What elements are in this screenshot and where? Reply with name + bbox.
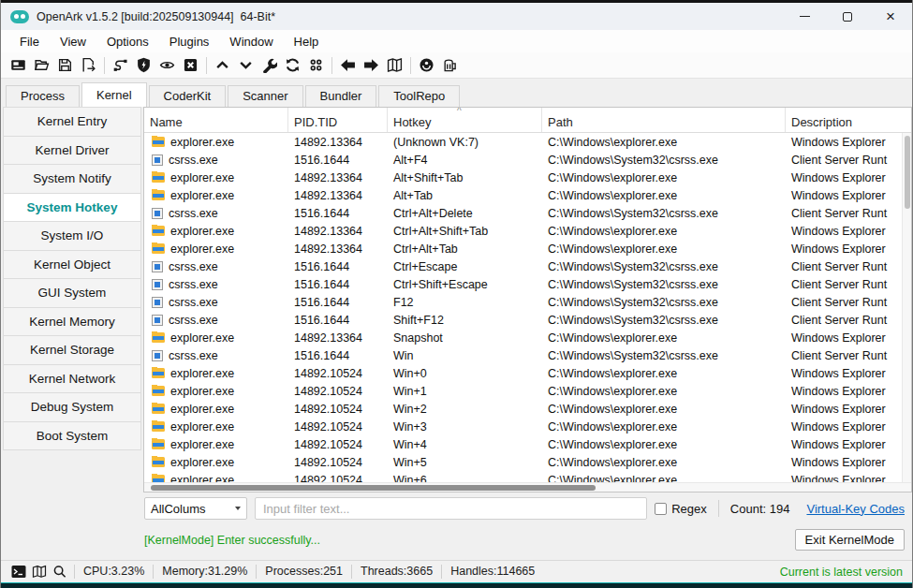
cell-pid-tid: 14892.10524 <box>288 420 388 434</box>
sidebar-item[interactable]: GUI System <box>3 278 141 308</box>
export-file-icon[interactable] <box>77 54 100 77</box>
tab[interactable]: Scanner <box>228 85 302 107</box>
column-header-hotkey[interactable]: Hotkey <box>388 108 542 132</box>
chevron-down-icon[interactable] <box>234 54 258 77</box>
column-header-pid-tid[interactable]: PID.TID <box>288 108 388 132</box>
shield-bolt-icon[interactable] <box>132 54 155 77</box>
chevron-up-icon[interactable] <box>211 54 234 77</box>
eye-icon[interactable] <box>155 54 179 77</box>
sidebar-item[interactable]: Kernel Network <box>3 364 141 394</box>
table-row[interactable]: explorer.exe 14892.10524 Win+3 C:\Window… <box>144 418 911 435</box>
close-button[interactable]: × <box>869 3 912 30</box>
cell-name: explorer.exe <box>144 403 288 416</box>
columns-dropdown[interactable]: AllColums <box>144 497 247 520</box>
tab[interactable]: ToolRepo <box>378 85 460 107</box>
cell-description: Client Server Runt <box>786 296 911 309</box>
tab[interactable]: Kernel <box>81 82 147 107</box>
refresh-icon[interactable] <box>281 54 304 77</box>
minimize-button[interactable] <box>783 3 826 30</box>
table-row[interactable]: explorer.exe 14892.13364 (Unknown VK:7) … <box>144 133 911 151</box>
sidebar-item[interactable]: Kernel Driver <box>3 136 141 166</box>
toolbar-separator <box>104 57 105 74</box>
table-row[interactable]: explorer.exe 14892.13364 Ctrl+Alt+Shift+… <box>144 222 911 240</box>
folder-icon <box>152 457 165 467</box>
vertical-scrollbar-thumb[interactable] <box>905 136 910 209</box>
virtual-key-codes-link[interactable]: Virtual-Key Codes <box>806 502 905 516</box>
console-window-icon[interactable] <box>7 54 30 77</box>
save-icon[interactable] <box>53 54 77 77</box>
table-row[interactable]: explorer.exe 14892.10524 Win+1 C:\Window… <box>144 382 911 400</box>
cell-description: Windows Explorer <box>786 456 911 469</box>
tab[interactable]: CoderKit <box>149 85 227 107</box>
column-header-path[interactable]: Path <box>542 108 786 132</box>
table-row[interactable]: explorer.exe 14892.10524 Win+4 C:\Window… <box>144 435 911 453</box>
table-row[interactable]: explorer.exe 14892.13364 Snapshot C:\Win… <box>144 329 911 346</box>
vertical-scrollbar[interactable] <box>902 133 911 482</box>
cell-pid-tid: 1516.1644 <box>288 207 388 220</box>
cell-description: Windows Explorer <box>786 225 911 238</box>
menu-item[interactable]: Options <box>97 33 158 51</box>
exit-kernelmode-button[interactable]: Exit KernelMode <box>795 529 905 551</box>
wrench-icon[interactable] <box>258 54 281 77</box>
route-icon[interactable] <box>109 54 132 77</box>
menu-item[interactable]: Help <box>285 33 329 51</box>
menu-item[interactable]: File <box>10 33 49 51</box>
column-header-description[interactable]: Description <box>786 108 911 132</box>
horizontal-scrollbar-thumb[interactable] <box>151 485 596 491</box>
maximize-icon <box>843 12 852 22</box>
cell-pid-tid: 1516.1644 <box>288 314 388 327</box>
table-row[interactable]: explorer.exe 14892.10524 Win+0 C:\Window… <box>144 364 911 382</box>
sidebar-item[interactable]: Kernel Object <box>3 250 141 280</box>
menu-item[interactable]: Window <box>220 33 282 51</box>
table-row[interactable]: csrss.exe 1516.1644 Ctrl+Escape C:\Windo… <box>144 257 911 275</box>
table-row[interactable]: csrss.exe 1516.1644 Shift+F12 C:\Windows… <box>144 311 911 329</box>
app-window-icon <box>152 208 163 219</box>
table-row[interactable]: explorer.exe 14892.13364 Alt+Tab C:\Wind… <box>144 186 911 204</box>
tab[interactable]: Bundler <box>305 85 377 107</box>
arrow-left-icon[interactable] <box>336 54 360 77</box>
sidebar-item[interactable]: System I/O <box>3 221 141 251</box>
cell-name: csrss.exe <box>144 154 288 167</box>
table-row[interactable]: explorer.exe 14892.10524 Win+2 C:\Window… <box>144 400 911 418</box>
maximize-button[interactable] <box>826 3 869 30</box>
table-row[interactable]: csrss.exe 1516.1644 Win C:\Windows\Syste… <box>144 346 911 364</box>
table-row[interactable]: csrss.exe 1516.1644 Alt+F4 C:\Windows\Sy… <box>144 151 911 169</box>
cell-path: C:\Windows\explorer.exe <box>542 136 786 149</box>
arrow-right-icon[interactable] <box>360 54 383 77</box>
globe-icon[interactable] <box>415 54 438 77</box>
cell-hotkey: Win+3 <box>388 420 542 434</box>
grid-dots-icon[interactable] <box>304 54 328 77</box>
table-row[interactable]: csrss.exe 1516.1644 Ctrl+Shift+Escape C:… <box>144 275 911 293</box>
sidebar-item[interactable]: System Notify <box>3 164 141 194</box>
sidebar-item[interactable]: Debug System <box>3 392 141 422</box>
filter-input[interactable] <box>255 497 647 520</box>
cell-hotkey: Win+5 <box>388 456 542 469</box>
map-icon[interactable] <box>29 564 50 581</box>
close-square-icon[interactable] <box>179 54 202 77</box>
open-folder-icon[interactable] <box>30 54 53 77</box>
regex-checkbox[interactable] <box>655 503 667 515</box>
tab[interactable]: Process <box>6 85 80 107</box>
beer-mug-icon[interactable] <box>438 54 462 77</box>
horizontal-scrollbar[interactable] <box>144 482 911 492</box>
sidebar-item[interactable]: Kernel Entry <box>3 107 141 137</box>
table-row[interactable]: explorer.exe 14892.13364 Ctrl+Alt+Tab C:… <box>144 240 911 257</box>
column-header-name[interactable]: Name <box>144 108 288 132</box>
sidebar-item[interactable]: Boot System <box>3 421 141 451</box>
search-icon[interactable] <box>50 564 70 581</box>
cell-pid-tid: 14892.10524 <box>288 385 388 398</box>
cell-path: C:\Windows\explorer.exe <box>542 403 786 416</box>
menu-item[interactable]: View <box>51 33 96 51</box>
map-icon[interactable] <box>383 54 406 77</box>
sidebar-item[interactable]: System Hotkey <box>3 193 141 223</box>
console-icon[interactable] <box>8 564 29 581</box>
table-row[interactable]: csrss.exe 1516.1644 Ctrl+Alt+Delete C:\W… <box>144 204 911 222</box>
cell-description: Windows Explorer <box>786 171 911 184</box>
sidebar-item[interactable]: Kernel Memory <box>3 307 141 337</box>
table-row[interactable]: explorer.exe 14892.10524 Win+5 C:\Window… <box>144 453 911 471</box>
table-row[interactable]: csrss.exe 1516.1644 F12 C:\Windows\Syste… <box>144 293 911 311</box>
sidebar-item[interactable]: Kernel Storage <box>3 335 141 365</box>
table-row[interactable]: explorer.exe 14892.13364 Alt+Shift+Tab C… <box>144 169 911 186</box>
folder-icon <box>152 243 165 254</box>
menu-item[interactable]: Plugins <box>160 33 219 51</box>
